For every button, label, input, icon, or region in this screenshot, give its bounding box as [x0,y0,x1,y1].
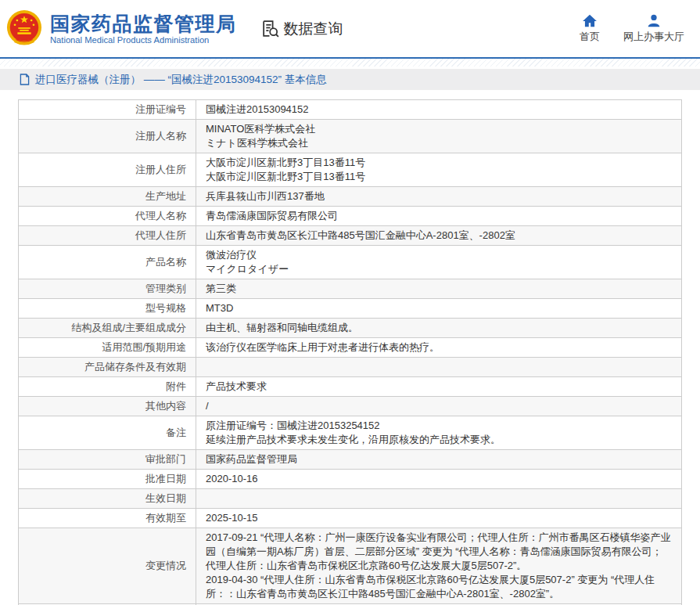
row-value [196,358,682,377]
row-value: 微波治疗仪マイクロタイザー [196,246,682,279]
row-value-line: 由主机、辐射器和同轴电缆组成。 [206,321,672,335]
user-icon [647,14,661,27]
row-value: 国械注进20153094152 [196,100,682,120]
home-icon [582,14,598,27]
row-label-text: 生产地址 [145,190,186,202]
row-value-line: 山东省青岛市黄岛区长江中路485号国汇金融中心A-2801室、-2802室 [206,229,672,243]
row-label-text: 代理人名称 [135,210,186,221]
row-value-line: 大阪市淀川区新北野3丁目13番11号 [206,156,672,170]
row-label: 代理人住所 [19,226,196,246]
main-content: 注册证编号国械注进20153094152注册人名称MINATO医科学株式会社ミナ… [0,90,700,605]
row-value: 2020-10-16 [196,470,682,489]
row-label-text: 注册证编号 [135,103,186,115]
table-row: 有效期至2025-10-15 [19,509,682,528]
row-label: 备注 [19,416,196,450]
table-row: 其他内容/ [19,397,682,416]
row-value-line: ミナト医科学株式会社 [206,136,672,150]
row-label: 其他内容 [19,397,196,416]
row-label-text: 附件 [166,380,186,392]
breadcrumb: 进口医疗器械（注册） —— “国械注进20153094152” 基本信息 [0,69,700,90]
table-row: 产品储存条件及有效期 [19,358,682,377]
registration-info-table: 注册证编号国械注进20153094152注册人名称MINATO医科学株式会社ミナ… [18,99,682,605]
row-label: 有效期至 [19,509,196,528]
row-label: 附件 [19,377,196,397]
row-label: 审批部门 [19,450,196,470]
data-query-tab[interactable]: 数据查询 [260,19,343,39]
row-value-line: マイクロタイザー [206,262,672,276]
table-row: 生产地址兵库县筱山市川西137番地 [19,187,682,207]
row-value: 青岛儒涵康国际贸易有限公司 [196,207,682,226]
row-label-text: 有效期至 [145,512,186,524]
table-row: 审批部门国家药品监督管理局 [19,450,682,470]
row-value-line: 青岛儒涵康国际贸易有限公司 [206,209,672,223]
nav-service-hall-label: 网上办事大厅 [623,30,684,44]
row-value: 山东省青岛市黄岛区长江中路485号国汇金融中心A-2801室、-2802室 [196,226,682,246]
site-header: 国家药品监督管理局 National Medical Products Admi… [0,0,700,57]
row-value-line: 第三类 [206,282,672,296]
table-row: 注册人名称MINATO医科学株式会社ミナト医科学株式会社 [19,120,682,153]
row-value-line: / [206,399,672,413]
row-value: 由主机、辐射器和同轴电缆组成。 [196,319,682,338]
row-value-line: 2020-10-16 [206,472,672,486]
row-value: 原注册证编号：国械注进20153254152延续注册产品技术要求未发生变化，沿用… [196,416,682,450]
breadcrumb-text: 进口医疗器械（注册） —— “国械注进20153094152” 基本信息 [35,73,327,87]
row-label-text: 注册人名称 [135,130,186,142]
row-label: 产品储存条件及有效期 [19,358,196,377]
nav-home-label: 首页 [580,30,600,44]
row-value-line: 国家药品监督管理局 [206,452,672,466]
row-value: 第三类 [196,279,682,299]
table-row: 代理人住所山东省青岛市黄岛区长江中路485号国汇金融中心A-2801室、-280… [19,226,682,246]
row-label: 注册人住所 [19,153,196,187]
row-value: 产品技术要求 [196,377,682,397]
nav-service-hall[interactable]: 网上办事大厅 [623,14,684,44]
row-value-line: 大阪市淀川区新北野3丁目13番11号 [206,170,672,184]
row-label: 管理类别 [19,279,196,299]
row-value [196,489,682,509]
row-value: 国家药品监督管理局 [196,450,682,470]
nav-home[interactable]: 首页 [580,14,600,44]
row-value-line: MT3D [206,301,672,315]
table-row: 代理人名称青岛儒涵康国际贸易有限公司 [19,207,682,226]
row-label: 注册人名称 [19,120,196,153]
row-label: 生效日期 [19,489,196,509]
row-value-line: 2025-10-15 [206,511,672,525]
row-value: 2025-10-15 [196,509,682,528]
table-row: 生效日期 [19,489,682,509]
table-row: 注册人住所大阪市淀川区新北野3丁目13番11号大阪市淀川区新北野3丁目13番11… [19,153,682,187]
row-value-line: 微波治疗仪 [206,248,672,262]
row-value: 2017-09-21 “代理人名称：广州一康医疗设备实业有限公司；代理人住所：广… [196,528,682,604]
table-row: 变更情况2017-09-21 “代理人名称：广州一康医疗设备实业有限公司；代理人… [19,528,682,604]
document-search-icon [260,19,280,38]
row-label: 适用范围/预期用途 [19,338,196,358]
row-label-text: 产品储存条件及有效期 [84,361,186,373]
data-query-label: 数据查询 [284,19,343,39]
document-icon [20,74,30,85]
table-row: 管理类别第三类 [19,279,682,299]
row-label-text: 批准日期 [145,473,186,484]
site-logo: 国家药品监督管理局 National Medical Products Admi… [6,9,237,49]
row-value-line: 延续注册产品技术要求未发生变化，沿用原核发的产品技术要求。 [206,433,672,447]
row-label: 生产地址 [19,187,196,207]
site-subtitle: National Medical Products Administration [50,35,237,45]
registration-info-rows: 注册证编号国械注进20153094152注册人名称MINATO医科学株式会社ミナ… [19,100,682,605]
row-value: 兵库县筱山市川西137番地 [196,187,682,207]
row-label-text: 生效日期 [145,492,186,504]
row-value-line: 国械注进20153094152 [206,103,672,117]
table-row: 产品名称微波治疗仪マイクロタイザー [19,246,682,279]
table-row: 备注原注册证编号：国械注进20153254152延续注册产品技术要求未发生变化，… [19,416,682,450]
row-value-line: 2017-09-21 “代理人名称：广州一康医疗设备实业有限公司；代理人住所：广… [206,531,672,573]
row-label-text: 型号规格 [145,302,186,314]
row-label: 注册证编号 [19,100,196,120]
row-label-text: 代理人住所 [135,229,186,241]
row-value-line: 该治疗仪在医学临床上用于对患者进行体表的热疗。 [206,340,672,355]
row-label-text: 审批部门 [145,453,186,465]
row-value-line: 产品技术要求 [206,380,672,394]
row-label: 结构及组成/主要组成成分 [19,319,196,338]
table-row: 注册证编号国械注进20153094152 [19,100,682,120]
row-label-text: 产品名称 [145,256,186,268]
site-title: 国家药品监督管理局 [50,13,237,35]
row-label: 产品名称 [19,246,196,279]
row-value-line: MINATO医科学株式会社 [206,122,672,136]
row-label-text: 管理类别 [145,283,186,294]
row-value: MT3D [196,299,682,319]
